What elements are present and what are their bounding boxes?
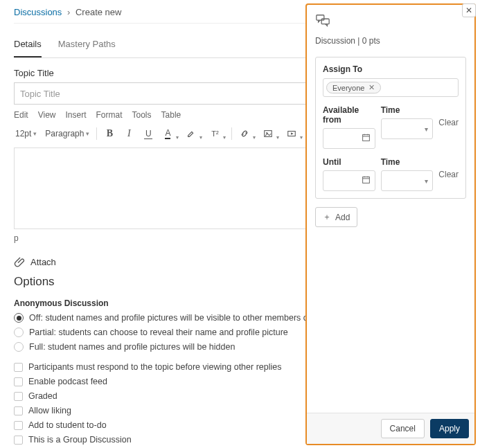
highlight-color-button[interactable]: ▾ xyxy=(184,127,198,141)
block-type-select[interactable]: Paragraph▾ xyxy=(44,126,91,141)
option-add-todo-label: Add to student to-do xyxy=(28,420,107,430)
breadcrumb-root-link[interactable]: Discussions xyxy=(14,7,62,17)
editor-menu-table[interactable]: Table xyxy=(161,110,181,120)
breadcrumb-current: Create new xyxy=(75,7,121,17)
option-podcast-label: Enable podcast feed xyxy=(28,377,107,386)
available-from-time-input[interactable]: ▾ xyxy=(381,118,434,139)
assign-to-panel: ✕ Discussion | 0 pts Assign To Everyone … xyxy=(305,3,476,445)
checkbox-unchecked-icon xyxy=(14,436,23,445)
chevron-down-icon: ▾ xyxy=(176,134,179,141)
link-icon xyxy=(240,129,249,138)
checkbox-unchecked-icon xyxy=(14,363,23,372)
close-icon: ✕ xyxy=(465,6,472,15)
svg-rect-9 xyxy=(362,134,369,141)
highlight-icon xyxy=(186,129,196,138)
clear-until-button[interactable]: Clear xyxy=(438,170,459,179)
checkbox-unchecked-icon xyxy=(14,421,23,430)
radio-unchecked-icon xyxy=(14,342,24,352)
option-must-respond-label: Participants must respond to the topic b… xyxy=(28,362,281,372)
toolbar-separator xyxy=(96,127,97,140)
chevron-down-icon: ▾ xyxy=(223,134,226,141)
assign-to-label: Assign To xyxy=(323,64,459,74)
anon-option-partial-label: Partial: students can choose to reveal t… xyxy=(29,328,288,337)
svg-rect-7 xyxy=(317,15,324,20)
image-icon xyxy=(263,129,273,138)
chevron-down-icon: ▾ xyxy=(86,130,89,137)
chevron-down-icon: ▾ xyxy=(425,177,428,185)
chevron-down-icon: ▾ xyxy=(276,134,279,141)
panel-title: Discussion | 0 pts xyxy=(315,36,466,46)
add-button-label: Add xyxy=(335,213,350,222)
anon-option-full-label: Full: student names and profile pictures… xyxy=(29,342,235,352)
assign-to-input[interactable]: Everyone ✕ xyxy=(323,78,459,97)
media-icon xyxy=(287,129,296,138)
bold-button[interactable]: B xyxy=(103,127,116,141)
font-size-value: 12pt xyxy=(15,129,31,138)
editor-menu-format[interactable]: Format xyxy=(96,110,123,120)
until-time-label: Time xyxy=(381,157,434,167)
tab-mastery-paths[interactable]: Mastery Paths xyxy=(58,35,116,57)
chevron-down-icon: ▾ xyxy=(300,134,303,141)
editor-menu-tools[interactable]: Tools xyxy=(132,110,152,120)
breadcrumb-separator: › xyxy=(67,7,70,17)
svg-rect-13 xyxy=(362,177,369,183)
apply-button[interactable]: Apply xyxy=(430,419,469,438)
assignee-pill-everyone: Everyone ✕ xyxy=(326,82,381,93)
underline-button[interactable]: U xyxy=(141,127,155,141)
link-button[interactable]: ▾ xyxy=(238,127,251,141)
tab-details[interactable]: Details xyxy=(14,35,42,57)
radio-checked-icon xyxy=(14,313,24,323)
toolbar-separator xyxy=(231,127,232,140)
option-group-discussion-label: This is a Group Discussion xyxy=(28,435,132,445)
superscript-label: T² xyxy=(211,129,218,138)
available-from-time-label: Time xyxy=(381,105,434,115)
chevron-down-icon: ▾ xyxy=(199,134,202,141)
option-graded-label: Graded xyxy=(28,391,57,401)
until-label: Until xyxy=(323,157,375,167)
checkbox-unchecked-icon xyxy=(14,392,23,401)
panel-footer: Cancel Apply xyxy=(307,413,474,444)
until-date-input[interactable] xyxy=(323,170,375,191)
editor-menu-edit[interactable]: Edit xyxy=(14,110,28,120)
editor-menu-view[interactable]: View xyxy=(38,110,56,120)
chevron-down-icon: ▾ xyxy=(253,134,256,141)
chevron-down-icon: ▾ xyxy=(33,130,37,137)
close-panel-button[interactable]: ✕ xyxy=(462,3,476,17)
text-color-button[interactable]: A▾ xyxy=(161,127,175,141)
svg-rect-8 xyxy=(321,19,329,24)
until-time-input[interactable]: ▾ xyxy=(381,170,434,191)
available-from-label: Available from xyxy=(323,105,375,125)
image-button[interactable]: ▾ xyxy=(261,127,275,141)
available-from-date-input[interactable] xyxy=(323,128,375,149)
calendar-icon xyxy=(362,133,371,144)
clear-available-from-button[interactable]: Clear xyxy=(438,118,459,127)
discussion-icon xyxy=(315,13,466,30)
superscript-button[interactable]: T²▾ xyxy=(208,127,222,141)
checkbox-unchecked-icon xyxy=(14,377,23,386)
media-button[interactable]: ▾ xyxy=(285,127,299,141)
cancel-button[interactable]: Cancel xyxy=(381,419,425,438)
attach-label: Attach xyxy=(30,257,56,267)
block-type-value: Paragraph xyxy=(45,129,84,138)
plus-icon: ＋ xyxy=(323,211,331,223)
remove-assignee-button[interactable]: ✕ xyxy=(368,83,375,92)
assignment-card: Assign To Everyone ✕ Available from xyxy=(315,57,466,199)
editor-menu-insert[interactable]: Insert xyxy=(65,110,86,120)
calendar-icon xyxy=(362,175,371,186)
option-allow-liking-label: Allow liking xyxy=(28,406,71,415)
add-assignment-button[interactable]: ＋ Add xyxy=(315,207,357,227)
radio-unchecked-icon xyxy=(14,328,24,337)
font-size-select[interactable]: 12pt▾ xyxy=(14,126,38,141)
italic-button[interactable]: I xyxy=(122,127,136,141)
chevron-down-icon: ▾ xyxy=(425,125,428,133)
paperclip-icon xyxy=(14,256,26,268)
assignee-pill-label: Everyone xyxy=(332,84,364,92)
checkbox-unchecked-icon xyxy=(14,406,23,415)
